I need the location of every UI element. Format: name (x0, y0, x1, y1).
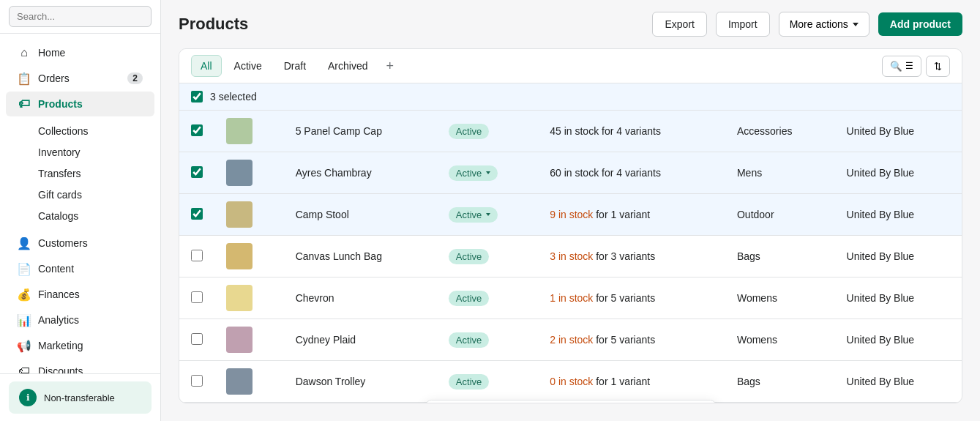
product-thumbnail (226, 201, 253, 228)
product-name: Ayres Chambray (296, 167, 372, 179)
product-status-cell: Active (437, 111, 538, 152)
home-icon: ⌂ (18, 46, 31, 59)
sidebar-marketing-label: Marketing (38, 340, 83, 351)
sidebar-item-customers[interactable]: 👤 Customers (6, 231, 154, 256)
product-inventory-cell: 1 in stock for 5 variants (538, 277, 725, 319)
product-name: Canvas Lunch Bag (296, 250, 382, 262)
product-category: Outdoor (737, 209, 774, 220)
more-actions-label: More actions (790, 18, 848, 30)
product-category-cell: Bags (725, 361, 835, 403)
sidebar-item-analytics[interactable]: 📊 Analytics (6, 308, 154, 332)
select-all-checkbox[interactable] (191, 91, 203, 103)
product-name-cell[interactable]: 5 Panel Camp Cap (284, 111, 437, 152)
product-thumbnail (226, 118, 253, 144)
row-checkbox[interactable] (191, 166, 203, 178)
sidebar-item-home[interactable]: ⌂ Home (6, 40, 154, 65)
table-row[interactable]: Cydney Plaid Active 2 in stock for 5 var… (179, 319, 962, 361)
filter-icon: ☰ (905, 61, 913, 71)
product-status-cell: Active (437, 194, 538, 236)
product-name-cell[interactable]: Cydney Plaid (284, 319, 437, 361)
sidebar-search-input[interactable] (9, 6, 152, 27)
export-button[interactable]: Export (652, 12, 706, 37)
sidebar-item-products[interactable]: 🏷 Products (6, 92, 154, 116)
row-checkbox[interactable] (191, 375, 203, 387)
row-checkbox-cell (179, 236, 214, 277)
search-icon: 🔍 (890, 61, 902, 72)
sidebar-orders-label: Orders (38, 72, 70, 84)
sidebar-products-label: Products (38, 98, 83, 110)
main-content: Products Export Import More actions Add … (161, 0, 980, 421)
product-name: Chevron (296, 292, 334, 304)
products-icon: 🏷 (18, 97, 31, 111)
more-actions-button[interactable]: More actions (779, 12, 869, 37)
table-row[interactable]: Camp Stool Active 9 in stock for 1 varia… (179, 194, 962, 236)
sidebar-customers-label: Customers (38, 237, 88, 249)
sidebar-item-orders[interactable]: 📋 Orders 2 (6, 66, 154, 91)
sidebar-item-inventory[interactable]: Inventory (6, 142, 154, 163)
tab-active[interactable]: Active (225, 55, 272, 77)
table-row[interactable]: 5 Panel Camp Cap Active 45 in stock for … (179, 111, 962, 152)
sidebar-discounts-label: Discounts (38, 365, 83, 373)
search-filter-button[interactable]: 🔍 ☰ (882, 56, 921, 77)
product-status-cell: Active (437, 361, 538, 403)
tab-all[interactable]: All (191, 55, 222, 77)
sort-button[interactable]: ⇅ (926, 56, 950, 77)
sidebar-item-content[interactable]: 📄 Content (6, 256, 154, 281)
product-category-cell: Mens (725, 152, 835, 194)
sidebar-item-transfers[interactable]: Transfers (6, 163, 154, 184)
row-checkbox[interactable] (191, 333, 203, 345)
orders-badge: 2 (127, 72, 143, 84)
sidebar-item-catalogs[interactable]: Catalogs (6, 206, 154, 226)
sidebar-footer-card[interactable]: ℹ Non-transferable (9, 381, 152, 414)
product-vendor-cell: United By Blue (835, 277, 962, 319)
sidebar-item-marketing[interactable]: 📢 Marketing (6, 333, 154, 358)
tab-archived[interactable]: Archived (318, 55, 377, 77)
status-badge: Active (449, 124, 489, 139)
product-name-cell[interactable]: Camp Stool (284, 194, 437, 236)
sidebar-item-finances[interactable]: 💰 Finances (6, 282, 154, 307)
row-checkbox[interactable] (191, 208, 203, 220)
product-category-cell: Outdoor (725, 194, 835, 236)
product-name-cell[interactable]: Chevron (284, 277, 437, 319)
product-name-cell[interactable]: Ayres Chambray (284, 152, 437, 194)
product-inventory-cell: 0 in stock for 1 variant (538, 361, 725, 403)
sidebar-analytics-label: Analytics (38, 314, 79, 326)
product-inventory-cell: 2 in stock for 5 variants (538, 319, 725, 361)
table-row[interactable]: Ayres Chambray Active 60 in stock for 4 … (179, 152, 962, 194)
table-row[interactable]: Chevron Active 1 in stock for 5 variants… (179, 277, 962, 319)
sidebar-item-discounts[interactable]: 🏷 Discounts (6, 359, 154, 373)
tab-add-button[interactable]: + (381, 56, 400, 77)
product-category: Accessories (737, 125, 792, 137)
product-name-cell[interactable]: Canvas Lunch Bag (284, 236, 437, 277)
chevron-down-icon (853, 23, 859, 26)
sidebar-home-label: Home (38, 47, 65, 59)
sort-icon: ⇅ (934, 61, 942, 72)
import-button[interactable]: Import (716, 12, 770, 37)
sidebar-item-giftcards[interactable]: Gift cards (6, 185, 154, 205)
product-inventory-cell: 9 in stock for 1 variant (538, 194, 725, 236)
product-status-cell: Active (437, 277, 538, 319)
table-row[interactable]: Canvas Lunch Bag Active 3 in stock for 3… (179, 236, 962, 277)
add-product-button[interactable]: Add product (878, 12, 962, 36)
product-vendor-cell: United By Blue (835, 236, 962, 277)
sidebar-catalogs-label: Catalogs (38, 210, 78, 222)
product-name: Dawson Trolley (296, 376, 366, 387)
tab-draft[interactable]: Draft (274, 55, 315, 77)
row-checkbox[interactable] (191, 291, 203, 303)
product-image-cell (214, 319, 284, 361)
sidebar-transfers-label: Transfers (38, 168, 81, 179)
table-row[interactable]: Dawson Trolley Active 0 in stock for 1 v… (179, 361, 962, 403)
row-checkbox[interactable] (191, 124, 203, 136)
action-popup-container: Bulk edit Set as active Set as draft ••• (179, 403, 962, 403)
row-checkbox-cell (179, 194, 214, 236)
sidebar-nav: ⌂ Home 📋 Orders 2 🏷 Products Collections… (0, 34, 160, 373)
row-checkbox[interactable] (191, 250, 203, 261)
product-image-cell (214, 361, 284, 403)
sidebar-item-collections[interactable]: Collections (6, 121, 154, 141)
product-thumbnail (226, 327, 253, 353)
product-category: Womens (737, 334, 777, 346)
row-checkbox-cell (179, 319, 214, 361)
product-thumbnail (226, 243, 253, 269)
product-name-cell[interactable]: Dawson Trolley (284, 361, 437, 403)
sidebar-footer-text: Non-transferable (44, 392, 115, 403)
